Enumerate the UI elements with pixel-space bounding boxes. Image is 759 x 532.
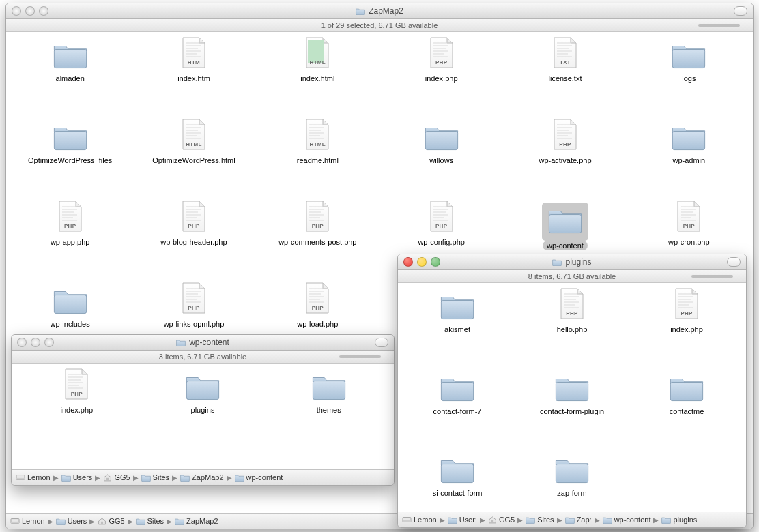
file-item[interactable]: TXT license.txt [505, 36, 625, 110]
icon-size-slider[interactable] [698, 22, 746, 29]
item-label: index.php [425, 74, 458, 83]
minimize-icon[interactable] [31, 338, 40, 347]
item-label: zap-form [557, 489, 586, 497]
file-icon: PHP [423, 39, 461, 72]
path-crumb[interactable]: Users [61, 473, 93, 482]
file-item[interactable]: PHP index.php [382, 36, 501, 110]
svg-rect-73 [54, 295, 86, 314]
icon-view[interactable]: akismet PHP hello.php PHP index.php co [398, 283, 746, 512]
icon-size-slider[interactable] [339, 353, 387, 360]
close-icon[interactable] [403, 257, 413, 267]
close-icon[interactable] [12, 6, 21, 16]
path-crumb[interactable]: wp-content [603, 516, 651, 524]
item-label: wp-blog-header.php [160, 238, 227, 246]
svg-rect-21 [54, 132, 86, 150]
path-crumb[interactable]: Sites [526, 516, 554, 524]
folder-item[interactable]: si-contact-form [402, 451, 513, 512]
file-item[interactable]: PHP wp-app.php [10, 200, 130, 274]
chevron-right-icon: ▶ [172, 474, 177, 482]
path-crumb[interactable]: GG5 [103, 473, 130, 482]
zoom-icon[interactable] [39, 6, 48, 16]
folder-icon [670, 39, 708, 72]
chevron-right-icon: ▶ [53, 474, 59, 482]
file-item[interactable]: HTML readme.html [258, 118, 377, 192]
close-icon[interactable] [17, 338, 27, 347]
path-crumb[interactable]: GG5 [488, 516, 515, 524]
folder-item[interactable]: contact-form-plugin [517, 369, 627, 443]
path-bar[interactable]: Lemon▶User:▶GG5▶Sites▶Zap:▶wp-content▶pl… [398, 512, 746, 527]
folder-item[interactable]: willows [382, 118, 501, 192]
folder-item[interactable]: OptimizeWordPress_files [10, 118, 130, 192]
status-bar: 1 of 29 selected, 6.71 GB available [6, 19, 753, 32]
file-item[interactable]: PHP index.php [16, 368, 138, 441]
file-item[interactable]: HTML OptimizeWordPress.html [134, 118, 253, 192]
path-crumb[interactable]: Sites [136, 517, 164, 525]
item-label: index.php [670, 325, 703, 334]
file-item[interactable]: PHP index.php [631, 287, 742, 361]
toolbar-toggle-icon[interactable] [734, 6, 747, 16]
path-bar[interactable]: Lemon▶Users▶GG5▶Sites▶ZapMap2▶wp-content [12, 469, 394, 485]
item-label: wp-activate.php [539, 156, 591, 164]
file-icon: PHP [57, 370, 96, 403]
status-text: 3 items, 6.71 GB available [12, 353, 394, 361]
path-crumb[interactable]: wp-content [235, 473, 283, 482]
svg-rect-20 [673, 50, 705, 68]
item-label: wp-load.php [297, 320, 338, 328]
file-icon: HTM [175, 39, 213, 72]
chevron-right-icon: ▶ [128, 518, 133, 525]
zoom-icon[interactable] [431, 257, 440, 267]
path-crumb[interactable]: Lemon [16, 473, 51, 482]
minimize-icon[interactable] [25, 6, 35, 16]
titlebar[interactable]: plugins [398, 254, 746, 270]
folder-item[interactable]: contact-form-7 [402, 369, 513, 443]
file-item[interactable]: HTM index.htm [134, 36, 253, 110]
toolbar-toggle-icon[interactable] [375, 338, 388, 347]
file-item[interactable]: HTML index.html [258, 36, 377, 110]
path-crumb[interactable]: ZapMap2 [175, 517, 218, 525]
folder-item[interactable]: akismet [402, 287, 513, 361]
path-crumb[interactable]: Zap: [565, 516, 592, 524]
minimize-icon[interactable] [417, 257, 427, 267]
path-crumb[interactable]: plugins [661, 516, 697, 524]
path-crumb[interactable]: User: [448, 516, 477, 524]
file-icon: PHP [298, 203, 336, 235]
titlebar[interactable]: ZapMap2 [6, 3, 753, 19]
item-label: logs [682, 74, 696, 83]
folder-item[interactable]: logs [629, 36, 749, 110]
svg-rect-98 [16, 478, 25, 480]
icon-size-slider[interactable] [691, 273, 739, 280]
window-title: ZapMap2 [6, 6, 753, 16]
chevron-right-icon: ▶ [48, 518, 53, 525]
folder-item[interactable]: zap-form [517, 451, 627, 512]
toolbar-toggle-icon[interactable] [727, 257, 741, 267]
item-label: themes [317, 406, 341, 414]
titlebar[interactable]: wp-content [12, 335, 394, 351]
file-item[interactable]: PHP wp-comments-post.php [258, 200, 377, 274]
item-label: license.txt [549, 74, 582, 83]
file-item[interactable]: PHP wp-activate.php [505, 118, 625, 192]
path-crumb[interactable]: GG5 [98, 517, 124, 525]
svg-rect-115 [670, 383, 702, 401]
item-label: akismet [444, 325, 470, 334]
folder-item[interactable]: almaden [10, 36, 130, 110]
chevron-right-icon: ▶ [517, 516, 523, 524]
folder-item[interactable]: themes [268, 368, 390, 441]
folder-item[interactable]: plugins [142, 368, 264, 441]
finder-window-plugins[interactable]: plugins 8 items, 6.71 GB available akism… [397, 254, 747, 528]
path-crumb[interactable]: ZapMap2 [180, 473, 223, 482]
path-crumb[interactable]: Lemon [10, 517, 45, 525]
svg-rect-119 [403, 520, 411, 522]
folder-item[interactable]: contactme [631, 369, 742, 443]
path-crumb[interactable]: Lemon [402, 516, 437, 524]
finder-window-wpcontent[interactable]: wp-content 3 items, 6.71 GB available PH… [11, 334, 395, 486]
svg-rect-87 [11, 522, 19, 524]
icon-view[interactable]: PHP index.php plugins themes [12, 364, 394, 469]
chevron-right-icon: ▶ [89, 518, 95, 525]
path-crumb[interactable]: Users [56, 517, 87, 525]
svg-rect-96 [313, 381, 345, 400]
zoom-icon[interactable] [44, 338, 54, 347]
folder-item[interactable]: wp-admin [629, 118, 749, 192]
path-crumb[interactable]: Sites [141, 473, 169, 482]
file-item[interactable]: PHP wp-blog-header.php [134, 200, 253, 274]
file-item[interactable]: PHP hello.php [517, 287, 627, 361]
